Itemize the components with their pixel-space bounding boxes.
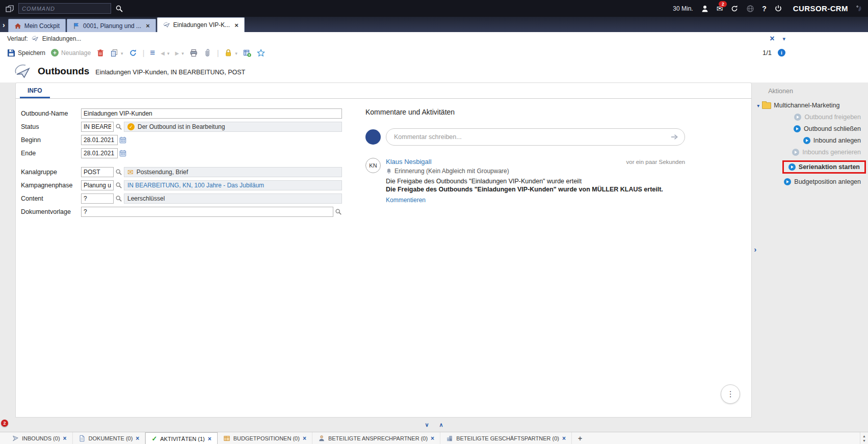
dokumentvorlage-input[interactable]: [81, 207, 333, 217]
kanalgruppe-input[interactable]: [81, 167, 114, 177]
save-icon: [7, 49, 15, 57]
refresh-icon[interactable]: [129, 49, 137, 57]
collapse-down-icon[interactable]: [425, 422, 429, 428]
tabstrip-expand-icon[interactable]: [3, 21, 5, 29]
scroll-up-icon[interactable]: [862, 434, 866, 438]
tab-close-icon[interactable]: [136, 435, 139, 441]
tab-scroll-controls: [860, 432, 868, 444]
lock-button[interactable]: [224, 49, 238, 57]
action-serienaktion-starten[interactable]: Serienaktion starten: [782, 160, 866, 174]
brand-wordmark: CURSOR-CRM: [793, 4, 848, 13]
command-search-icon[interactable]: [115, 5, 123, 13]
history-current-item[interactable]: Einladungen...: [42, 35, 82, 42]
tab-beteiligte-geschaeftspartner[interactable]: BETEILIGTE GESCHÄFTSPARTNER (0): [440, 432, 572, 444]
send-icon[interactable]: [670, 133, 678, 141]
notification-badge[interactable]: 2: [1, 420, 8, 427]
app-launcher-icon[interactable]: [5, 4, 14, 13]
comment-box: [386, 128, 685, 146]
calendar-icon[interactable]: [119, 150, 126, 157]
cursor-crm-window: 30 Min. 2 ? CURSOR-CRM: [0, 0, 868, 444]
form-row-outbound-name: Outbound-Name: [21, 108, 351, 119]
actions-list: Outbound freigeben Outbound schließen In…: [752, 114, 868, 185]
activity-author-link[interactable]: Klaus Nesbigall: [386, 158, 432, 165]
tab-close-icon[interactable]: [431, 435, 434, 441]
calendar-icon[interactable]: [119, 136, 126, 144]
tab-budgetpositionen[interactable]: BUDGETPOSITIONEN (0): [218, 432, 312, 444]
user-icon[interactable]: [701, 5, 709, 13]
tab-mein-cockpit[interactable]: Mein Cockpit: [8, 19, 66, 32]
form-row-dokumentvorlage: Dokumentvorlage: [21, 206, 351, 217]
logout-power-icon[interactable]: [774, 5, 782, 13]
activity-line2: Die Freigabe des Outbounds "Einladungen …: [386, 186, 685, 193]
action-inbound-anlegen[interactable]: Inbound anlegen: [803, 137, 861, 144]
chevron-down-icon[interactable]: [235, 49, 238, 57]
search-icon[interactable]: [115, 123, 122, 130]
chevron-down-icon[interactable]: [121, 49, 123, 57]
globe-icon[interactable]: [746, 5, 754, 13]
comment-link[interactable]: Kommentieren: [386, 197, 426, 204]
favorite-star-icon[interactable]: [257, 49, 265, 57]
tab-dokumente[interactable]: DOKUMENTE (0): [73, 432, 146, 444]
chevron-down-icon[interactable]: [782, 36, 785, 42]
tab-close-icon[interactable]: [146, 22, 150, 29]
tab-info[interactable]: INFO: [20, 84, 50, 98]
action-label: Serienaktion starten: [799, 163, 860, 171]
panel-collapse-icon[interactable]: [754, 245, 756, 254]
check-icon: [151, 435, 157, 442]
comment-input[interactable]: [386, 128, 685, 146]
search-icon[interactable]: [115, 195, 122, 202]
session-timer: 30 Min.: [673, 5, 693, 12]
kampagnenphase-input[interactable]: [81, 180, 114, 190]
kampagnenphase-link[interactable]: IN BEARBEITUNG, KN, 100 Jahre - Das Jubi…: [127, 182, 264, 189]
field-label: Content: [21, 195, 81, 202]
tab-kampagnenphase[interactable]: 0001, Planung und ...: [67, 19, 156, 32]
tab-label: 0001, Planung und ...: [83, 22, 141, 30]
ende-date-input[interactable]: [81, 148, 118, 158]
add-record-icon[interactable]: [243, 49, 251, 57]
action-budgetposition-anlegen[interactable]: Budgetposition anlegen: [784, 178, 861, 185]
attachment-icon[interactable]: [203, 49, 212, 57]
search-icon[interactable]: [115, 182, 122, 189]
tab-close-icon[interactable]: [562, 435, 566, 441]
sync-icon[interactable]: [730, 5, 739, 13]
beginn-date-input[interactable]: [81, 135, 118, 145]
delete-icon[interactable]: [96, 49, 104, 57]
tab-einladungen-vip[interactable]: Einladungen VIP-K...: [157, 17, 245, 32]
tab-close-icon[interactable]: [234, 22, 239, 29]
tab-close-icon[interactable]: [208, 436, 212, 442]
print-icon[interactable]: [190, 49, 198, 57]
avatar: KN: [365, 158, 381, 173]
tab-close-icon[interactable]: [303, 435, 306, 441]
status-input[interactable]: [81, 122, 114, 132]
toolbar-right: 1/1: [762, 49, 785, 57]
kampagnenphase-description-field: IN BEARBEITUNG, KN, 100 Jahre - Das Jubi…: [124, 180, 342, 190]
actions-group[interactable]: Multichannel-Marketing: [757, 102, 868, 109]
help-button[interactable]: ?: [762, 5, 767, 13]
save-button[interactable]: Speichern: [7, 49, 45, 57]
search-icon[interactable]: [335, 208, 342, 215]
new-record-label: Neuanlage: [61, 49, 91, 57]
close-view-icon[interactable]: [770, 35, 774, 43]
command-input[interactable]: [18, 3, 111, 14]
tab-aktivitaeten[interactable]: AKTIVITÄTEN (1): [145, 432, 217, 444]
menu-icon[interactable]: [150, 48, 155, 58]
content-input[interactable]: [81, 193, 114, 204]
mail-badge: 2: [719, 1, 727, 7]
action-outbound-schliessen[interactable]: Outbound schließen: [794, 125, 861, 132]
add-tab-button[interactable]: [572, 432, 588, 444]
action-label: Inbounds generieren: [802, 149, 861, 156]
mail-button[interactable]: 2: [717, 4, 723, 13]
search-icon[interactable]: [115, 169, 122, 176]
tree-caret-icon[interactable]: [757, 102, 759, 109]
tab-inbounds[interactable]: INBOUNDS (0): [6, 432, 73, 444]
tab-close-icon[interactable]: [63, 435, 67, 441]
tab-label: Mein Cockpit: [24, 22, 60, 30]
outbound-name-input[interactable]: [81, 108, 342, 119]
scroll-down-icon[interactable]: [862, 439, 866, 442]
more-options-button[interactable]: [721, 384, 740, 404]
copy-record-button[interactable]: [110, 49, 123, 57]
collapse-up-icon[interactable]: [439, 422, 443, 428]
topbar-right: 30 Min. 2 ? CURSOR-CRM: [673, 4, 863, 13]
tab-beteiligte-ansprechpartner[interactable]: BETEILIGTE ANSPRECHPARTNER (0): [312, 432, 440, 444]
info-icon[interactable]: [778, 49, 785, 57]
